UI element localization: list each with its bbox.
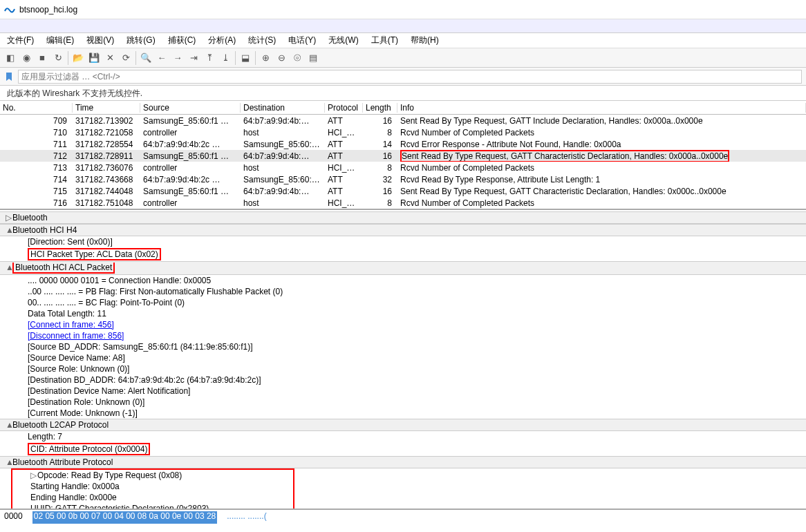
tree-att[interactable]: ▲Bluetooth Attribute Protocol (0, 456, 806, 468)
packet-row[interactable]: 711317182.72855464:b7:a9:9d:4b:2c …Samsu… (0, 138, 806, 150)
packet-row[interactable]: 716317182.751048controllerhostHCI_EVT8Rc… (0, 197, 806, 209)
tree-l2cap-length[interactable]: Length: 7 (0, 431, 806, 442)
packet-row[interactable]: 715317182.744048SamsungE_85:60:f1 …64:b7… (0, 185, 806, 197)
column-header[interactable]: Info (397, 103, 806, 113)
zoom-reset-icon[interactable]: ⦾ (290, 50, 305, 66)
hex-bytes[interactable]: 02 05 00 0b 00 07 00 04 00 08 0a 00 0e 0… (32, 511, 218, 524)
tree-direction[interactable]: [Direction: Sent (0x00)] (0, 236, 806, 247)
column-header[interactable]: Destination (241, 103, 325, 113)
close-file-icon[interactable]: ✕ (102, 50, 118, 66)
menu-item[interactable]: 电话(Y) (284, 33, 320, 48)
packet-details-pane[interactable]: ▷Bluetooth ▲Bluetooth HCI H4 [Direction:… (0, 210, 806, 510)
menu-item[interactable]: 工具(T) (367, 33, 402, 48)
separator (68, 51, 68, 65)
packet-row[interactable]: 712317182.728911SamsungE_85:60:f1 …64:b7… (0, 150, 806, 162)
zoom-in-icon[interactable]: ⊕ (258, 50, 273, 66)
tree-dst-name[interactable]: [Destination Device Name: Alert Notifica… (0, 386, 806, 397)
menu-item[interactable]: 编辑(E) (42, 33, 78, 48)
separator (235, 51, 236, 65)
save-file-icon[interactable]: 💾 (86, 50, 102, 66)
go-prev-icon[interactable]: ← (154, 50, 169, 66)
zoom-out-icon[interactable]: ⊖ (274, 50, 289, 66)
start-capture-icon[interactable]: ◉ (19, 50, 34, 66)
hex-offset: 0000 (4, 511, 23, 524)
tree-hci-h4[interactable]: ▲Bluetooth HCI H4 (0, 224, 806, 236)
tree-bc-flag[interactable]: 00.. .... .... .... = BC Flag: Point-To-… (0, 297, 806, 308)
packet-bytes-pane[interactable]: 0000 02 05 00 0b 00 07 00 04 00 08 0a 00… (0, 510, 806, 525)
tree-data-length[interactable]: Data Total Length: 11 (0, 308, 806, 319)
tree-hci-packet-type[interactable]: HCI Packet Type: ACL Data (0x02) (0, 247, 806, 261)
display-filter-input[interactable] (18, 70, 802, 84)
menu-item[interactable]: 视图(V) (82, 33, 118, 48)
menu-item[interactable]: 文件(F) (3, 33, 38, 48)
column-header[interactable]: Length (363, 103, 397, 113)
bookmark-icon[interactable] (4, 72, 14, 82)
tree-att-opcode[interactable]: ▷Opcode: Read By Type Request (0x08) (14, 470, 292, 481)
separator (135, 51, 136, 65)
column-header[interactable]: No. (0, 103, 73, 113)
menu-item[interactable]: 统计(S) (244, 33, 280, 48)
packet-row[interactable]: 714317182.74366864:b7:a9:9d:4b:2c …Samsu… (0, 173, 806, 185)
packet-list-pane[interactable]: No.TimeSourceDestinationProtocolLengthIn… (0, 101, 806, 210)
wireless-warning: 此版本的 Wireshark 不支持无线控件. (0, 86, 806, 101)
window-title: btsnoop_hci.log (19, 5, 77, 15)
tree-src-bdaddr[interactable]: [Source BD_ADDR: SamsungE_85:60:f1 (84:1… (0, 341, 806, 352)
auto-scroll-icon[interactable]: ⬓ (238, 50, 253, 66)
packet-row[interactable]: 709317182.713902SamsungE_85:60:f1 …64:b7… (0, 115, 806, 126)
tree-current-mode[interactable]: [Current Mode: Unknown (-1)] (0, 408, 806, 419)
hex-ascii: ........ .......( (227, 511, 266, 524)
packet-list-header[interactable]: No.TimeSourceDestinationProtocolLengthIn… (0, 101, 806, 115)
column-header[interactable]: Time (73, 103, 140, 113)
tree-src-name[interactable]: [Source Device Name: A8] (0, 352, 806, 363)
go-first-icon[interactable]: ⤒ (202, 50, 217, 66)
title-bar: btsnoop_hci.log (0, 0, 806, 19)
tree-dst-bdaddr[interactable]: [Destination BD_ADDR: 64:b7:a9:9d:4b:2c … (0, 374, 806, 386)
find-icon[interactable]: 🔍 (138, 50, 153, 66)
menu-item[interactable]: 分析(A) (204, 33, 240, 48)
column-header[interactable]: Protocol (325, 103, 363, 113)
tree-disconnect-frame[interactable]: [Disconnect in frame: 856] (0, 330, 806, 341)
background-tabs-area (0, 19, 806, 33)
tree-conn-handle[interactable]: .... 0000 0000 0101 = Connection Handle:… (0, 275, 806, 286)
packet-row[interactable]: 713317182.736076controllerhostHCI_EVT8Rc… (0, 162, 806, 173)
menu-item[interactable]: 捕获(C) (164, 33, 200, 48)
go-last-icon[interactable]: ⤓ (218, 50, 233, 66)
tree-att-highlight-box: ▷Opcode: Read By Type Request (0x08) Sta… (11, 468, 294, 510)
wireshark-logo-icon (4, 4, 15, 15)
menu-item[interactable]: 无线(W) (324, 33, 362, 48)
tree-bluetooth[interactable]: ▷Bluetooth (0, 211, 806, 224)
resize-cols-icon[interactable]: ▤ (306, 50, 321, 66)
tree-att-end-handle[interactable]: Ending Handle: 0x000e (14, 492, 292, 503)
column-header[interactable]: Source (140, 103, 241, 113)
tree-acl-packet[interactable]: ▲Bluetooth HCI ACL Packet (0, 261, 806, 275)
tree-l2cap[interactable]: ▲Bluetooth L2CAP Protocol (0, 419, 806, 431)
tree-connect-frame[interactable]: [Connect in frame: 456] (0, 319, 806, 330)
tree-dst-role[interactable]: [Destination Role: Unknown (0)] (0, 397, 806, 408)
display-filter-bar[interactable] (0, 68, 806, 86)
tree-src-role[interactable]: [Source Role: Unknown (0)] (0, 363, 806, 374)
tree-l2cap-cid[interactable]: CID: Attribute Protocol (0x0004) (0, 442, 806, 456)
restart-capture-icon[interactable]: ↻ (50, 50, 66, 66)
go-next-icon[interactable]: → (170, 50, 185, 66)
bottom-gap (0, 525, 806, 532)
tree-att-start-handle[interactable]: Starting Handle: 0x000a (14, 481, 292, 492)
stop-capture-icon[interactable]: ■ (35, 50, 50, 66)
separator (255, 51, 256, 65)
go-packet-icon[interactable]: ⇥ (186, 50, 201, 66)
menu-bar[interactable]: 文件(F)编辑(E)视图(V)跳转(G)捕获(C)分析(A)统计(S)电话(Y)… (0, 33, 806, 48)
tree-att-uuid[interactable]: UUID: GATT Characteristic Declaration (0… (14, 503, 292, 510)
packet-row[interactable]: 710317182.721058controllerhostHCI_EVT8Rc… (0, 126, 806, 138)
toolbar[interactable]: ◧ ◉ ■ ↻ 📂 💾 ✕ ⟳ 🔍 ← → ⇥ ⤒ ⤓ ⬓ ⊕ ⊖ ⦾ ▤ (0, 48, 806, 68)
menu-item[interactable]: 跳转(G) (122, 33, 159, 48)
interfaces-icon[interactable]: ◧ (3, 50, 18, 66)
tree-pb-flag[interactable]: ..00 .... .... .... = PB Flag: First Non… (0, 286, 806, 297)
reload-icon[interactable]: ⟳ (118, 50, 133, 66)
menu-item[interactable]: 帮助(H) (406, 33, 443, 48)
open-file-icon[interactable]: 📂 (71, 50, 86, 66)
